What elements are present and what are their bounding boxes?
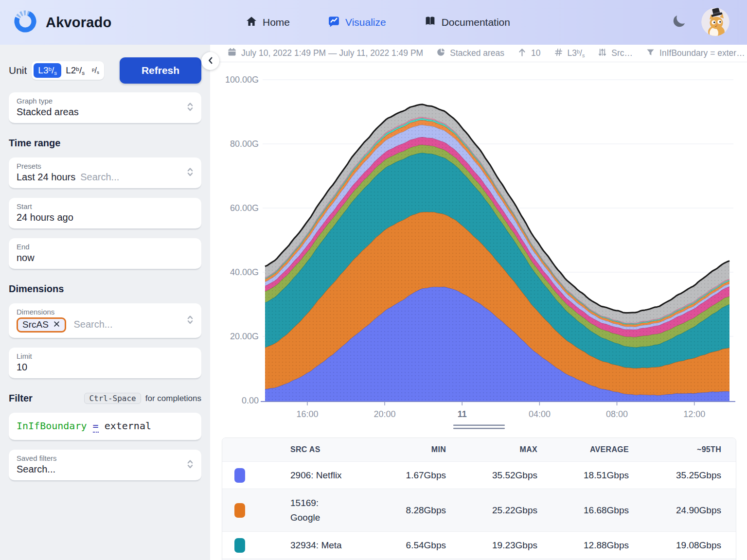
main-panel: July 10, 2022 1:49 PM — July 11, 2022 1:… (210, 45, 747, 560)
svg-text:20:00: 20:00 (374, 409, 395, 419)
sidebar-collapse-button[interactable] (201, 52, 219, 70)
chevron-updown-icon (185, 458, 196, 472)
src-as-cell: 32934: Meta (290, 538, 347, 553)
series-color-swatch (234, 468, 245, 483)
summary-filter: InIfBoundary = exter… (646, 48, 745, 59)
presets-value: Last 24 hours (17, 172, 75, 182)
unit-label: Unit (9, 65, 27, 76)
saved-filters-select[interactable]: Saved filters Search... (9, 450, 201, 481)
summary-dimensions: Src… (598, 48, 633, 59)
dimensions-select[interactable]: Dimensions SrcAS Search... (9, 303, 201, 339)
unit-selector: L3b/s L2b/s p/s (32, 61, 104, 80)
svg-text:16:00: 16:00 (296, 409, 318, 419)
logo (13, 9, 38, 36)
arrow-up-icon (517, 48, 527, 59)
dimensions-search-input[interactable]: Search... (73, 319, 112, 330)
graph-type-select[interactable]: Graph type Stacked areas (9, 92, 201, 124)
close-icon[interactable] (53, 319, 60, 330)
nav-links: Home Visualize Documentation (246, 0, 510, 45)
col-max: MAX (461, 438, 552, 462)
home-icon (246, 16, 257, 30)
filter-value: external (105, 420, 151, 432)
funnel-icon (646, 48, 655, 59)
dimensions-heading: Dimensions (9, 283, 201, 295)
avatar[interactable] (701, 8, 729, 36)
filter-field: InIfBoundary (17, 420, 87, 432)
traffic-stacked-area-chart[interactable]: 16:0020:001104:0008:0012:00100.00G80.00G… (210, 62, 747, 437)
summary-graph-type: Stacked areas (436, 48, 504, 59)
unit-option-l2bps[interactable]: L2b/s (61, 63, 89, 78)
nav-documentation[interactable]: Documentation (424, 15, 510, 30)
chevron-updown-icon (185, 101, 196, 115)
start-field[interactable]: Start 24 hours ago (9, 198, 201, 229)
hash-icon (554, 48, 563, 59)
kbd-ctrl-space: Ctrl-Space (84, 393, 141, 404)
datazoom-slider[interactable] (453, 425, 505, 429)
nav-visualize[interactable]: Visualize (328, 15, 386, 30)
dark-mode-toggle[interactable] (672, 14, 688, 31)
moon-icon (672, 22, 686, 30)
table-header-row: SRC AS MIN MAX AVERAGE ~95TH (222, 438, 736, 462)
svg-text:20.00G: 20.00G (230, 332, 259, 341)
table-row[interactable]: 15169: Google 8.28Gbps 25.22Gbps 16.68Gb… (222, 489, 736, 532)
svg-text:12:00: 12:00 (683, 409, 705, 419)
graph-type-value: Stacked areas (17, 106, 194, 118)
col-min: MIN (369, 438, 461, 462)
summary-unit: L3b/s (554, 48, 585, 59)
sidebar: Unit L3b/s L2b/s p/s Refresh Graph type … (0, 45, 210, 560)
presets-select[interactable]: Presets Last 24 hoursSearch... (9, 158, 201, 189)
col-95th: ~95TH (643, 438, 736, 462)
time-range-heading: Time range (9, 138, 201, 149)
chevron-updown-icon (185, 166, 196, 180)
end-value: now (17, 252, 194, 263)
presets-search-input[interactable]: Search... (80, 172, 119, 182)
chevron-updown-icon (185, 314, 196, 328)
collapse-icon (206, 56, 215, 67)
calendar-icon (227, 47, 237, 59)
svg-text:80.00G: 80.00G (230, 139, 259, 149)
dimension-chip-srcas[interactable]: SrcAS (17, 317, 66, 332)
columns-icon (598, 48, 607, 59)
col-src-as: SRC AS (257, 438, 369, 462)
svg-text:11: 11 (458, 409, 467, 419)
col-average: AVERAGE (552, 438, 643, 462)
series-stats-table: SRC AS MIN MAX AVERAGE ~95TH 2906: Netfl… (222, 438, 736, 560)
summary-date-range: July 10, 2022 1:49 PM — July 11, 2022 1:… (227, 47, 423, 59)
summary-limit: 10 (517, 48, 540, 59)
series-color-swatch (234, 538, 245, 553)
filter-operator: = (93, 420, 99, 433)
unit-option-l3bps[interactable]: L3b/s (34, 63, 61, 78)
graph-summary-toolbar: July 10, 2022 1:49 PM — July 11, 2022 1:… (210, 45, 747, 62)
unit-option-pps[interactable]: p/s (89, 64, 102, 77)
refresh-button[interactable]: Refresh (120, 57, 201, 84)
start-value: 24 hours ago (17, 212, 194, 223)
src-as-cell: 15169: Google (290, 496, 347, 525)
src-as-cell: 2906: Netflix (290, 468, 347, 483)
svg-text:04:00: 04:00 (529, 409, 551, 419)
svg-text:60.00G: 60.00G (230, 203, 259, 213)
saved-filters-search-input[interactable]: Search... (17, 464, 194, 475)
limit-value: 10 (17, 362, 194, 373)
filter-heading: Filter (9, 393, 33, 404)
series-color-swatch (234, 503, 245, 518)
visualize-icon (328, 15, 340, 30)
filter-editor[interactable]: InIfBoundary = external (9, 413, 201, 441)
svg-text:100.00G: 100.00G (225, 75, 259, 85)
graph-type-label: Graph type (17, 97, 194, 105)
pie-icon (436, 48, 445, 59)
limit-field[interactable]: Limit 10 (9, 348, 201, 379)
end-field[interactable]: End now (9, 238, 201, 270)
table-row[interactable]: 2906: Netflix 1.67Gbps 35.52Gbps 18.51Gb… (222, 462, 736, 489)
documentation-icon (424, 15, 436, 30)
svg-text:0.00: 0.00 (242, 396, 259, 405)
filter-hint: for completions (145, 394, 201, 403)
nav-home[interactable]: Home (246, 16, 290, 30)
svg-text:40.00G: 40.00G (230, 267, 259, 277)
table-row[interactable]: 32934: Meta 6.54Gbps 19.23Gbps 12.88Gbps… (222, 532, 736, 559)
brand: Akvorado (13, 9, 111, 36)
unit-row: Unit L3b/s L2b/s p/s Refresh (9, 57, 201, 84)
app-title: Akvorado (46, 15, 111, 31)
navbar: Akvorado Home Visualize (0, 0, 747, 45)
svg-text:08:00: 08:00 (606, 409, 628, 419)
